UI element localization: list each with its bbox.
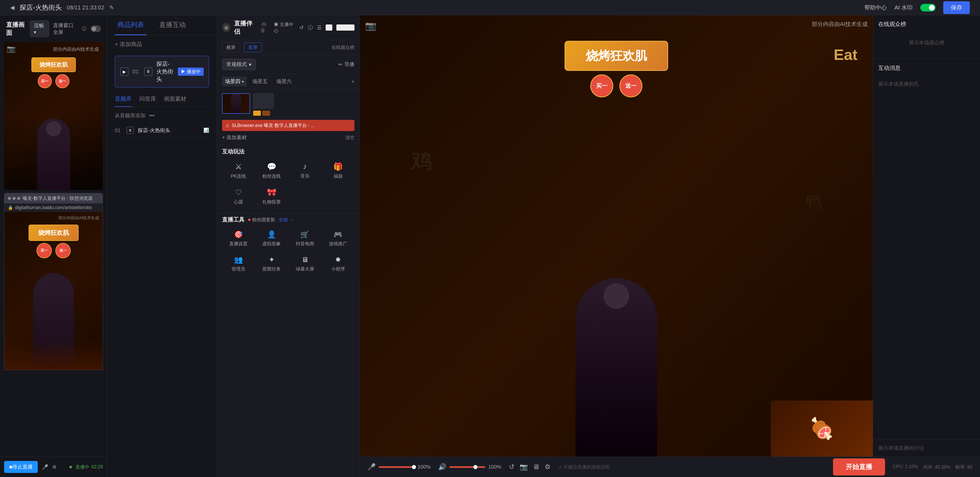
game-promo-label: 游戏推广 [329, 241, 347, 247]
speaker-volume-label: 100% [488, 464, 501, 470]
companion-header-actions: ▣ 主播中心 ↺ ⓘ ☰ [274, 21, 355, 34]
scene-tabs-row: 场景四 ▾ 场景五 场景六 + [217, 74, 360, 89]
ratio-select[interactable]: 流畅 ▾ [30, 21, 49, 37]
interaction-wish[interactable]: ♡ 心愿 [222, 184, 255, 209]
settings-small-icon[interactable]: ⚙ [52, 464, 56, 470]
live-tools-title: 直播工具 [222, 216, 245, 223]
tab-product-list[interactable]: 商品列表 [115, 15, 146, 35]
color-box[interactable] [326, 24, 332, 30]
live-timer-container: 直播中 02:29 [69, 464, 103, 470]
tab-qa-library[interactable]: 问答库 [139, 95, 156, 107]
pk-label: PK连线 [231, 173, 246, 179]
tool-admin[interactable]: 👥 管理员 [222, 251, 255, 276]
pause-button[interactable]: ⏸ [144, 68, 152, 76]
scene-tab-five[interactable]: 场景五 [249, 76, 271, 86]
add-scene-button[interactable]: + [351, 78, 355, 85]
interaction-music[interactable]: ♪ 音乐 [289, 158, 321, 183]
refresh-ctrl-icon[interactable]: ↺ [509, 463, 514, 471]
audio-pause-button[interactable]: ⏸ [127, 127, 134, 134]
frame-label: 帧率: 60 [956, 464, 972, 470]
tool-mini-program[interactable]: ✸ 小程序 [322, 251, 355, 276]
top-bar-left: ◀ 探店-火热街头 08/11 21:33:02 ✎ [10, 3, 114, 12]
edit-icon[interactable]: ✎ [109, 4, 114, 11]
speaker-slider-thumb[interactable] [473, 465, 477, 469]
tool-star-task[interactable]: ✦ 星图任务 [255, 251, 288, 276]
interaction-gift-vote[interactable]: 🎀 礼物投票 [255, 184, 288, 209]
lock-icon: 🔒 [8, 205, 13, 210]
browser-url-bar: 🔒 digitalhuman.baidu.com/artistelite/obs [4, 203, 103, 212]
tool-live-settings[interactable]: 🎯 直播设置 [222, 226, 255, 251]
speaker-button[interactable]: 🔊 [438, 463, 446, 471]
ai-watermark-toggle[interactable] [920, 4, 935, 11]
play-button[interactable]: ▶ [120, 68, 128, 76]
live-settings-label: 直播设置 [229, 241, 248, 247]
vertical-screen-btn[interactable]: 竖屏 [244, 43, 262, 52]
alert-icon: ⚠ [226, 123, 229, 128]
browser-overlay: 曝灵-数字人直播平台 - 联想浏览器 🔒 digitalhuman.baidu.… [4, 193, 103, 370]
star-task-icon: ✦ [269, 255, 275, 264]
scene-list-item: ▶ 01 ⏸ 探店-火热街头 ▶ 播放中 [115, 56, 209, 87]
bg-text-1: 鸡 [411, 147, 431, 175]
main-ai-badge: 部分内容由AI技术生成 [812, 21, 868, 28]
refresh-icon[interactable]: ↺ [299, 24, 304, 30]
tab-audio-library[interactable]: 音频库 [115, 95, 132, 107]
right-sidebar: 在线观众榜 展示本场观众榜 互动消息 展示本场直播的扎 展示本场直播的讨论 [873, 15, 980, 456]
mic-button[interactable]: 🎤 [368, 463, 375, 471]
preview-bbq-sign: 烧烤狂欢肌 买一 送一 [32, 57, 76, 88]
scene-tab-four[interactable]: 场景四 ▾ [222, 76, 247, 86]
mic-small-icon[interactable]: 🎤 [42, 464, 48, 470]
tab-scene-material[interactable]: 画面素材 [164, 95, 186, 107]
mic-volume-slider[interactable] [379, 466, 414, 468]
camera-ctrl-icon[interactable]: 📷 [520, 463, 528, 471]
interaction-title: 互动玩法 [217, 145, 360, 158]
help-button[interactable]: 帮助中心 [864, 4, 887, 11]
tool-douyin-ecommerce[interactable]: 🛒 抖音电商 [289, 226, 321, 251]
settings-ctrl-icon[interactable]: ⚙ [545, 463, 550, 471]
audio-from-library-btn[interactable]: 从音频库添加 [115, 112, 145, 119]
datetime-label: 08/11 21:33:02 [67, 4, 104, 11]
import-button[interactable]: ⇐ 导播 [339, 61, 355, 68]
stop-live-button[interactable]: ■停止直播 [4, 461, 38, 473]
mode-select[interactable]: 常规模式 ▾ [222, 59, 256, 70]
more-options-button[interactable]: ••• [149, 113, 154, 119]
save-button[interactable]: 保存 [943, 1, 970, 14]
interaction-pk[interactable]: ⚔ PK连线 [222, 158, 255, 183]
info-icon[interactable]: ⓘ [308, 24, 313, 31]
speaker-control: 🔊 100% [438, 463, 501, 471]
mic-slider-thumb[interactable] [412, 465, 416, 469]
live-label: 直播画面 [6, 21, 26, 37]
window-thumb-small-1[interactable] [253, 93, 274, 109]
clear-button[interactable]: 清空 [345, 135, 355, 141]
start-live-button[interactable]: 开始直播 [833, 458, 885, 475]
main-girl-figure [576, 278, 657, 456]
fans-connect-icon: 💬 [267, 162, 277, 171]
scene-tab-six[interactable]: 场景六 [273, 76, 295, 86]
companion-title: 直播伴侣 [234, 19, 257, 36]
tool-game-promo[interactable]: 🎮 游戏推广 [322, 226, 355, 251]
horizontal-screen-btn[interactable]: 横屏 [222, 43, 240, 52]
interaction-lucky-bag[interactable]: 🎁 福袋 [322, 158, 355, 183]
all-chevron-icon[interactable]: › [291, 217, 293, 223]
add-material-row: + 添加素材 清空 [222, 134, 355, 141]
speaker-volume-slider[interactable] [449, 466, 485, 468]
add-product-button[interactable]: + 添加商品 [115, 41, 209, 48]
host-center-button[interactable]: ▣ 主播中心 [274, 21, 295, 34]
add-material-button[interactable]: + 添加素材 [222, 134, 247, 141]
menu-icon[interactable]: ☰ [317, 24, 321, 30]
screen-share-ctrl-icon[interactable]: 🖥 [533, 463, 539, 471]
music-label: 音乐 [301, 173, 310, 179]
tool-virtual-avatar[interactable]: 👤 虚拟形象 [255, 226, 288, 251]
window-thumb-main[interactable] [222, 93, 250, 114]
fullscreen-info-icon[interactable]: ⓘ [82, 26, 86, 32]
tools-grid: 🎯 直播设置 👤 虚拟形象 🛒 抖音电商 🎮 游戏推广 👥 管理员 ✦ 星 [217, 226, 360, 280]
interaction-fans-connect[interactable]: 💬 粉丝连线 [255, 158, 288, 183]
tab-live-interaction[interactable]: 直播互动 [157, 15, 188, 35]
bottom-controls: ■停止直播 🎤 ⚙ 直播中 02:29 [0, 456, 107, 477]
back-button[interactable]: ◀ [10, 4, 14, 11]
fullscreen-toggle[interactable] [91, 25, 101, 32]
main-layout: 直播画面 流畅 ▾ 直播窗口全屏 ⓘ 部分内容由AI技术生成 📷 烧烤狂欢肌 买… [0, 15, 980, 477]
fans-dot [248, 219, 251, 221]
eat-label: Eat [834, 46, 858, 63]
all-tools-link[interactable]: 全部 [279, 217, 288, 223]
tool-green-screen[interactable]: 🖥 绿幕大屏 [289, 251, 321, 276]
